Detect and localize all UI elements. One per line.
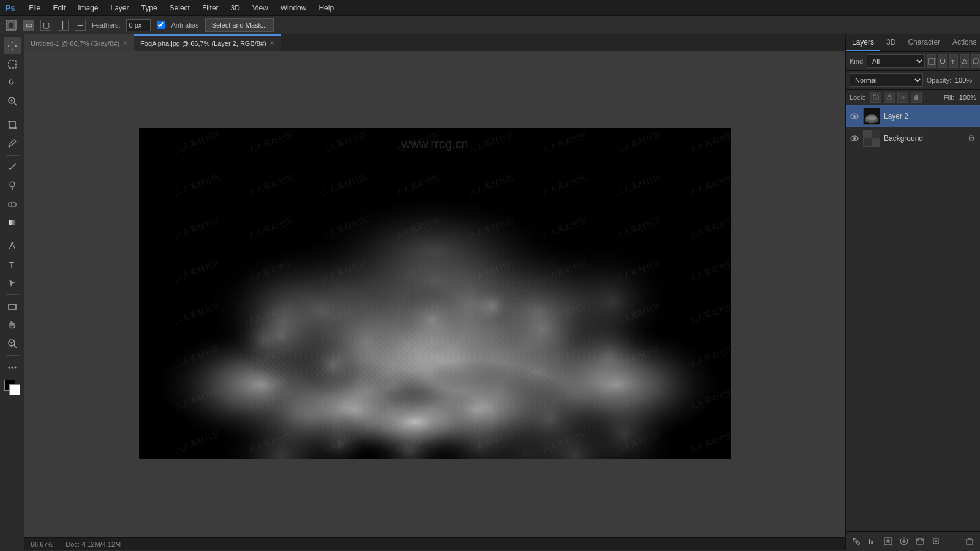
layers-actions-bar: fx [846, 531, 980, 550]
clone-stamp-btn[interactable] [4, 177, 21, 194]
shape-tool-btn[interactable] [4, 298, 21, 315]
background-color[interactable] [9, 384, 20, 395]
hand-tool-btn[interactable] [4, 317, 21, 334]
svg-point-11 [8, 146, 10, 148]
tab-fogalpha-close[interactable]: ✕ [270, 40, 274, 47]
svg-line-21 [14, 345, 17, 348]
panel-tab-character[interactable]: Character [902, 34, 946, 51]
pen-tool-btn[interactable] [4, 238, 21, 255]
layer2-visibility-toggle[interactable] [850, 111, 859, 121]
canvas-wrapper: www.rrcg.cn [139, 128, 731, 460]
fog-canvas[interactable] [139, 128, 731, 459]
delete-layer-btn[interactable] [963, 534, 976, 548]
menu-window[interactable]: Window [276, 2, 312, 13]
shape-single-row-btn[interactable]: ─ [75, 20, 86, 31]
lock-all-btn[interactable] [911, 92, 922, 103]
gradient-tool-btn[interactable] [4, 214, 21, 231]
extra-tools-btn[interactable] [4, 359, 21, 376]
feathers-input[interactable] [126, 19, 151, 31]
anti-alias-checkbox[interactable] [157, 21, 165, 29]
shape-round-btn[interactable]: ▢ [40, 20, 51, 31]
svg-rect-53 [967, 539, 973, 544]
svg-line-32 [873, 95, 878, 100]
svg-point-45 [886, 539, 890, 543]
marquee-tool-btn[interactable] [4, 56, 21, 73]
blend-mode-dropdown[interactable]: NormalMultiplyScreenOverlay [850, 73, 923, 87]
svg-rect-49 [916, 539, 924, 544]
quick-select-tool-btn[interactable] [4, 92, 21, 110]
menu-image[interactable]: Image [73, 2, 103, 13]
menu-filter[interactable]: Filter [197, 2, 224, 13]
menu-view[interactable]: View [247, 2, 273, 13]
svg-rect-6 [9, 61, 16, 68]
menu-edit[interactable]: Edit [48, 2, 70, 13]
tab-untitled[interactable]: Untitled-1 @ 66,7% (Gray/8#) ✕ [24, 34, 134, 51]
fill-value: 100% [959, 94, 976, 101]
select-mask-button[interactable]: Select and Mask... [205, 18, 274, 32]
eyedropper-tool-btn[interactable] [4, 135, 21, 152]
menu-file[interactable]: File [24, 2, 45, 13]
svg-rect-16 [9, 220, 16, 225]
shape-single-col-btn[interactable]: │ [58, 20, 69, 31]
path-select-btn[interactable] [4, 274, 21, 291]
color-swatches [4, 380, 20, 395]
layer-row-layer2[interactable]: Layer 2 [846, 105, 980, 127]
layers-filter-adj-btn[interactable] [938, 54, 947, 68]
eraser-tool-btn[interactable] [4, 195, 21, 212]
layers-toolbar: Kind AllPixelAdjustmentTypeShapeSmart Ob… [846, 52, 980, 71]
menu-type[interactable]: Type [137, 2, 162, 13]
add-mask-btn[interactable] [881, 534, 895, 548]
panel-tab-actions[interactable]: Actions [946, 34, 980, 51]
crop-tool-btn[interactable] [4, 116, 21, 133]
separator-1 [6, 113, 19, 113]
svg-point-17 [11, 242, 13, 244]
move-tool-btn[interactable] [4, 37, 21, 54]
tab-fogalpha[interactable]: FogAlpha.jpg @ 66,7% (Layer 2, RGB/8#) ✕ [134, 34, 281, 51]
separator-4 [6, 294, 19, 295]
svg-point-28 [940, 59, 945, 64]
menu-3d[interactable]: 3D [226, 2, 245, 13]
options-bar: ▭ ▢ │ ─ Feathers: Anti-alias Select and … [0, 16, 980, 34]
menu-layer[interactable]: Layer [106, 2, 134, 13]
new-layer-btn[interactable] [929, 534, 943, 548]
svg-point-37 [866, 114, 878, 120]
lock-pixels-btn[interactable] [884, 92, 895, 103]
svg-rect-41 [864, 130, 872, 138]
layers-filter-shape-btn[interactable] [960, 54, 969, 68]
panel-tab-3d[interactable]: 3D [880, 34, 902, 51]
lock-transparent-btn[interactable] [870, 92, 881, 103]
shape-rect-btn[interactable]: ▭ [23, 20, 34, 31]
panel-tab-layers[interactable]: Layers [846, 34, 880, 51]
lasso-tool-btn[interactable] [4, 74, 21, 91]
background-visibility-toggle[interactable] [850, 133, 859, 143]
add-fx-btn[interactable]: fx [865, 534, 879, 548]
menu-help[interactable]: Help [314, 2, 339, 13]
lock-position-btn[interactable] [897, 92, 908, 103]
svg-rect-1 [8, 22, 14, 28]
svg-point-12 [10, 182, 15, 187]
kind-dropdown[interactable]: AllPixelAdjustmentTypeShapeSmart Object [867, 54, 925, 68]
ps-logo: Ps [5, 3, 15, 13]
canvas-container: www.rrcg.cn [24, 51, 845, 537]
layer-row-background[interactable]: Background [846, 127, 980, 149]
tab-untitled-close[interactable]: ✕ [123, 40, 127, 47]
new-group-btn[interactable] [913, 534, 927, 548]
svg-rect-19 [9, 304, 16, 309]
toolbar: T [0, 34, 24, 550]
separator-2 [6, 155, 19, 156]
layers-filter-smart-btn[interactable] [971, 54, 980, 68]
layers-filter-type-btn[interactable]: T [949, 54, 958, 68]
lock-fill-row: Lock: Fill: 100% [846, 90, 980, 105]
type-tool-btn[interactable]: T [4, 256, 21, 273]
brush-tool-btn[interactable] [4, 159, 21, 176]
zoom-tool-btn[interactable] [4, 335, 21, 352]
menu-select[interactable]: Select [165, 2, 195, 13]
add-adjustment-btn[interactable] [897, 534, 911, 548]
svg-rect-14 [9, 203, 16, 206]
svg-text:fx: fx [869, 538, 874, 545]
active-tool-icon [5, 19, 17, 31]
svg-rect-30 [973, 59, 978, 64]
opacity-value: 100% [955, 77, 976, 84]
layers-filter-pixel-btn[interactable] [927, 54, 936, 68]
link-layers-btn[interactable] [850, 534, 863, 548]
